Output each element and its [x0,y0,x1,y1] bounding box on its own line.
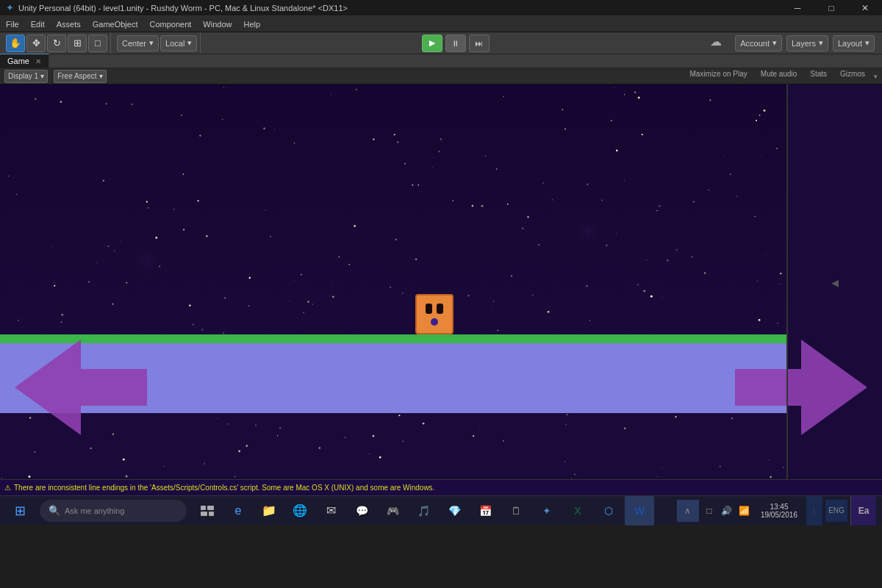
lang-indicator[interactable]: ENG [825,500,847,522]
cloud-button[interactable]: ☁ [710,35,731,52]
gizmos-chevron-icon: ▾ [874,73,878,80]
search-icon: 🔍 [49,505,60,516]
taskbar-right: ∧ □ 🔊 📶 13:45 19/05/2016 │ ENG Ea [677,496,879,526]
game-view: ◂ [0,85,882,479]
tab-game-label: Game [7,57,29,65]
scale-tool[interactable]: ⊞ [68,35,87,52]
pivot-dropdown[interactable]: Center ▾ [117,35,159,51]
system-tray: □ 🔊 📶 [702,503,752,518]
arrow-right[interactable] [735,340,867,435]
windows-icon: ⊞ [15,503,26,519]
systray-windows-icon[interactable]: □ [702,503,717,518]
taskbar-unity[interactable]: ✦ [532,496,562,526]
stats-button[interactable]: Stats [806,70,831,83]
status-bar: ⚠ There are inconsistent line endings in… [0,479,882,495]
svg-rect-5 [209,512,214,516]
character-mouth [431,318,438,326]
move-tool[interactable]: ✥ [26,35,46,52]
taskbar-chat[interactable]: 💬 [347,496,376,526]
menu-bar: File Edit Assets GameObject Component Wi… [0,16,882,32]
aspect-select[interactable]: Free Aspect ▾ [54,70,106,83]
game-toolbar: Display 1 ▾ Free Aspect ▾ Maximize on Pl… [0,68,882,85]
chevron-down-icon: ▾ [819,38,823,48]
gizmos-button[interactable]: Gizmos [836,70,870,83]
close-button[interactable]: ✕ [848,0,882,16]
transport-controls: ▶ ⏸ ⏭ [204,35,707,52]
menu-file[interactable]: File [0,16,25,32]
game-toolbar-right: Maximize on Play Mute audio Stats Gizmos… [685,70,878,83]
arrow-left[interactable] [15,340,147,435]
svg-rect-3 [207,506,214,510]
clock-date: 19/05/2016 [761,511,797,519]
minimize-button[interactable]: ─ [781,0,814,16]
mute-audio-button[interactable]: Mute audio [756,70,801,83]
rotate-tool[interactable]: ↻ [47,35,66,52]
taskbar-app3[interactable]: ⬡ [594,496,623,526]
maximize-button[interactable]: □ [814,0,848,16]
menu-assets[interactable]: Assets [51,16,87,32]
taskbar-apps: e 📁 🌐 ✉ 💬 🎮 🎵 💎 📅 🗒 ✦ X ⬡ W [193,496,654,526]
menu-edit[interactable]: Edit [25,16,51,32]
chevron-down-icon: ▾ [772,38,777,48]
space-dropdown[interactable]: Local ▾ [160,35,197,51]
pause-button[interactable]: ⏸ [445,35,466,52]
toolbar: ✋ ✥ ↻ ⊞ □ Center ▾ Local ▾ ▶ ⏸ ⏭ ☁ Accou… [0,32,882,54]
tab-game[interactable]: Game ✕ [0,54,49,68]
title-text: Unity Personal (64bit) - level1.unity - … [18,4,348,12]
taskbar-calendar[interactable]: 📅 [470,496,500,526]
taskbar-app2[interactable]: 🗒 [501,496,531,526]
play-button[interactable]: ▶ [422,35,442,52]
taskbar-steam[interactable]: 🎮 [378,496,407,526]
svg-rect-2 [201,506,206,510]
taskbar-mail[interactable]: ✉ [316,496,345,526]
step-button[interactable]: ⏭ [469,35,490,52]
toolbar-right: ☁ Account ▾ Layers ▾ Layout ▾ [710,35,879,52]
tab-game-close[interactable]: ✕ [35,57,41,65]
status-message: There are inconsistent line endings in t… [14,484,434,492]
taskbar-search[interactable]: 🔍 Ask me anything [40,500,187,522]
taskbar-excel[interactable]: X [563,496,592,526]
title-bar-controls: ─ □ ✕ [781,0,882,16]
taskbar-task-view[interactable] [193,496,222,526]
maximize-on-play-button[interactable]: Maximize on Play [685,70,751,83]
taskbar-music[interactable]: 🎵 [409,496,438,526]
layout-dropdown[interactable]: Layout ▾ [833,35,875,51]
systray-sound-icon[interactable]: 🔊 [720,503,734,518]
menu-help[interactable]: Help [237,16,266,32]
chevron-up-icon: ∧ [684,506,691,516]
systray-network-icon[interactable]: 📶 [737,503,752,518]
transform-tools-group: ✋ ✥ ↻ ⊞ □ [3,32,111,54]
taskbar-browser[interactable]: 🌐 [285,496,315,526]
taskbar-app1[interactable]: 💎 [440,496,469,526]
windows-start-button[interactable]: ⊞ [3,496,37,526]
chevron-down-icon: ▾ [99,72,103,80]
svg-marker-0 [15,340,147,435]
resize-handle-icon: ◂ [831,273,839,291]
title-bar: ✦ Unity Personal (64bit) - level1.unity … [0,0,882,16]
warning-icon: ⚠ [4,484,11,492]
char-eye-left [426,304,432,314]
hand-tool[interactable]: ✋ [6,35,25,52]
char-eye-right [437,304,443,314]
svg-rect-4 [201,512,207,516]
character-body [415,294,453,334]
layers-dropdown[interactable]: Layers ▾ [786,35,828,51]
chevron-down-icon: ▾ [149,38,154,48]
show-desktop-button[interactable]: │ [806,496,822,526]
display-select[interactable]: Display 1 ▾ [4,70,48,83]
taskbar-clock[interactable]: 13:45 19/05/2016 [755,503,803,519]
rect-tool[interactable]: □ [88,35,107,52]
ea-badge[interactable]: Ea [850,496,876,526]
menu-component[interactable]: Component [143,16,197,32]
taskbar-edge[interactable]: e [223,496,253,526]
taskbar-notification[interactable]: ∧ [677,500,699,522]
desktop-icon: │ [813,507,817,514]
menu-gameobject[interactable]: GameObject [87,16,144,32]
account-dropdown[interactable]: Account ▾ [735,35,782,51]
unity-logo-icon: ✦ [6,2,14,13]
taskbar-word[interactable]: W [625,496,654,526]
taskbar-explorer[interactable]: 📁 [254,496,284,526]
title-bar-left: ✦ Unity Personal (64bit) - level1.unity … [0,2,348,13]
vertical-separator [786,85,788,479]
menu-window[interactable]: Window [197,16,237,32]
